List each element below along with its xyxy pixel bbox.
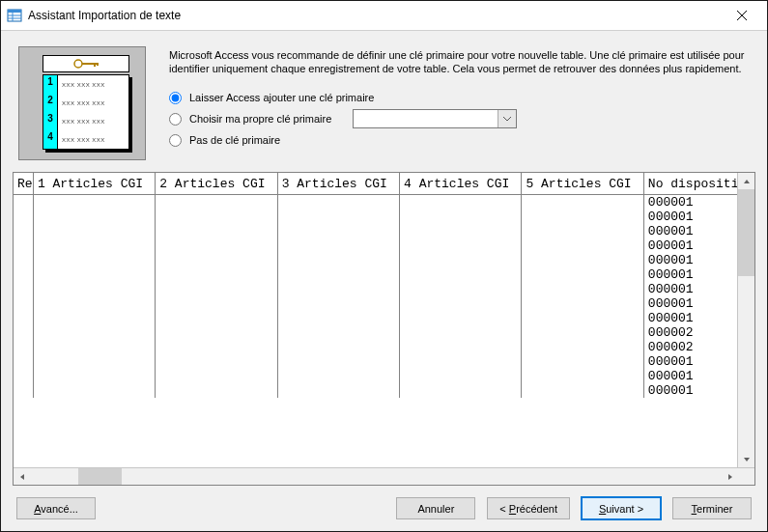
- primary-key-combo-button[interactable]: [498, 110, 516, 127]
- table-cell: [14, 210, 33, 224]
- table-row[interactable]: 000002: [14, 340, 754, 354]
- svg-marker-13: [20, 474, 24, 480]
- table-cell: [277, 282, 399, 296]
- table-row[interactable]: 000001: [14, 210, 754, 224]
- option-choose-key-radio[interactable]: [169, 113, 182, 126]
- back-button[interactable]: < Précédent: [487, 497, 570, 519]
- table-cell: [277, 210, 399, 224]
- table-row[interactable]: 000001: [14, 383, 754, 398]
- option-auto-key-radio[interactable]: [169, 92, 182, 104]
- table-cell: [400, 296, 522, 311]
- table-row[interactable]: 000001: [14, 296, 754, 311]
- table-cell: [33, 340, 155, 354]
- table-cell: [14, 253, 33, 267]
- vertical-scrollbar[interactable]: [737, 173, 754, 467]
- column-header[interactable]: Re: [14, 173, 33, 195]
- horizontal-scrollbar[interactable]: [14, 467, 754, 485]
- table-cell: [400, 282, 522, 296]
- finish-button[interactable]: Terminer: [672, 497, 752, 519]
- cancel-button[interactable]: Annuler: [396, 497, 475, 519]
- hscroll-thumb[interactable]: [78, 468, 122, 485]
- header-area: 1XXX XXX XXX 2XXX XXX XXX 3XXX XXX XXX 4…: [13, 41, 755, 170]
- info-column: Microsoft Access vous recommande de défi…: [169, 46, 750, 160]
- table-cell: [400, 253, 522, 267]
- table-cell: [277, 383, 399, 398]
- table-cell: [156, 210, 277, 224]
- table-row[interactable]: 000001: [14, 224, 754, 238]
- advanced-button[interactable]: Avancé...: [16, 497, 96, 519]
- table-row[interactable]: 000001: [14, 267, 754, 282]
- table-cell: [156, 340, 277, 354]
- next-button[interactable]: Suivant >: [582, 497, 661, 519]
- client-area: 1XXX XXX XXX 2XXX XXX XXX 3XXX XXX XXX 4…: [1, 31, 767, 531]
- titlebar: Assistant Importation de texte: [1, 1, 767, 31]
- column-header[interactable]: 2 Articles CGI: [156, 173, 277, 195]
- table-cell: [522, 195, 643, 210]
- column-header[interactable]: 5 Articles CGI: [522, 173, 643, 195]
- table-row[interactable]: 000002: [14, 325, 754, 340]
- table-cell: [156, 253, 277, 267]
- table-cell: [33, 383, 155, 398]
- column-header[interactable]: 3 Articles CGI: [277, 173, 399, 195]
- scroll-left-icon[interactable]: [14, 468, 30, 485]
- table-cell: [14, 354, 33, 369]
- svg-rect-9: [94, 63, 96, 67]
- table-cell: [33, 224, 155, 238]
- table-cell: [14, 224, 33, 238]
- table-row[interactable]: 000001: [14, 369, 754, 383]
- table-header-row: Re1 Articles CGI2 Articles CGI3 Articles…: [14, 173, 754, 195]
- table-cell: [156, 383, 277, 398]
- hscroll-track[interactable]: [30, 468, 722, 485]
- window-title: Assistant Importation de texte: [28, 9, 721, 22]
- table-cell: [156, 354, 277, 369]
- table-cell: [14, 282, 33, 296]
- dialog-window: Assistant Importation de texte: [0, 0, 768, 532]
- scroll-corner: [738, 468, 754, 485]
- table-row[interactable]: 000001: [14, 238, 754, 253]
- table-cell: [33, 325, 155, 340]
- option-auto-key-label[interactable]: Laisser Access ajouter une clé primaire: [189, 92, 374, 103]
- table-cell: [14, 267, 33, 282]
- table-cell: [400, 383, 522, 398]
- table-cell: [33, 369, 155, 383]
- close-button[interactable]: [721, 1, 763, 30]
- table-cell: [33, 296, 155, 311]
- table-cell: [522, 340, 643, 354]
- column-header[interactable]: 1 Articles CGI: [33, 173, 155, 195]
- option-choose-key-label[interactable]: Choisir ma propre clé primaire: [189, 113, 331, 125]
- close-icon: [737, 11, 747, 20]
- illustration-table: 1XXX XXX XXX 2XXX XXX XXX 3XXX XXX XXX 4…: [43, 74, 129, 150]
- table-row[interactable]: 000001: [14, 282, 754, 296]
- table-cell: [522, 253, 643, 267]
- key-illustration: 1XXX XXX XXX 2XXX XXX XXX 3XXX XXX XXX 4…: [18, 46, 146, 160]
- table-cell: [400, 210, 522, 224]
- table-cell: [400, 267, 522, 282]
- vscroll-track[interactable]: [738, 189, 754, 451]
- option-no-key-label[interactable]: Pas de clé primaire: [189, 134, 280, 146]
- svg-rect-10: [97, 63, 99, 66]
- table-cell: [14, 340, 33, 354]
- table-cell: [522, 224, 643, 238]
- scroll-down-icon[interactable]: [738, 451, 754, 467]
- table-cell: [33, 267, 155, 282]
- column-header[interactable]: 4 Articles CGI: [400, 173, 522, 195]
- table-cell: [33, 253, 155, 267]
- option-choose-key-row: Choisir ma propre clé primaire: [169, 108, 750, 129]
- table-cell: [400, 195, 522, 210]
- buttons-row: Avancé... Annuler < Précédent Suivant > …: [13, 486, 755, 519]
- table-row[interactable]: 000001: [14, 253, 754, 267]
- table-cell: [33, 238, 155, 253]
- vscroll-thumb[interactable]: [738, 189, 754, 276]
- table-cell: [156, 224, 277, 238]
- scroll-right-icon[interactable]: [722, 468, 738, 485]
- table-row[interactable]: 000001: [14, 311, 754, 325]
- table-row[interactable]: 000001: [14, 354, 754, 369]
- table-cell: [400, 325, 522, 340]
- table-cell: [522, 311, 643, 325]
- table-cell: [156, 369, 277, 383]
- scroll-up-icon[interactable]: [738, 173, 754, 189]
- primary-key-combo[interactable]: [353, 109, 517, 128]
- table-row[interactable]: 000001: [14, 195, 754, 210]
- option-no-key-radio[interactable]: [169, 134, 182, 147]
- table-cell: [14, 383, 33, 398]
